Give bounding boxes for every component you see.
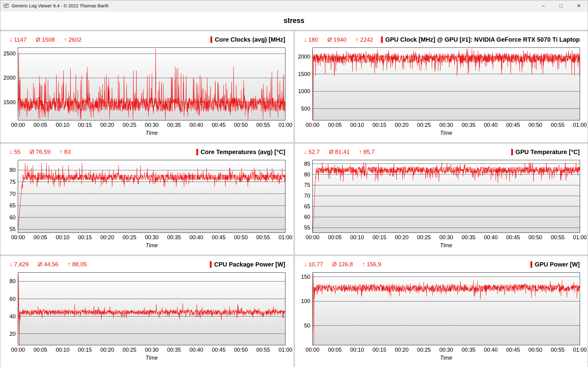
x-tick-label: 00:55 [252, 234, 274, 241]
x-axis: 00:0000:0500:1000:1500:2000:2500:3000:35… [295, 346, 588, 354]
chart-stats: ↓ 52,7 Ø 81,41 ↑ 85,7 [304, 149, 375, 155]
page-title: stress [0, 11, 588, 30]
x-tick-label: 00:25 [119, 234, 140, 241]
x-tick-label: 00:50 [230, 347, 252, 353]
y-tick-label: 1500 [298, 71, 310, 77]
x-tick-label: 00:45 [502, 122, 524, 128]
x-tick-label: 00:40 [186, 347, 207, 353]
x-tick-label: 00:40 [186, 234, 207, 241]
stat-min: ↓ 55 [9, 149, 21, 155]
stat-max: ↑ 156,9 [362, 261, 381, 268]
x-tick-label: 00:20 [96, 234, 118, 241]
chart-legend: CPU Package Power [W] [210, 261, 285, 268]
app-window: Generic Log Viewer 6.4 - © 2022 Thomas B… [0, 0, 588, 367]
line-chart[interactable]: 80604020 [0, 272, 293, 346]
x-axis: 00:0000:0500:1000:1500:2000:2500:3000:35… [0, 121, 293, 129]
y-tick-label: 65 [9, 202, 16, 209]
panel-head: ↓ 52,7 Ø 81,41 ↑ 85,7 GPU Temperature [°… [295, 144, 588, 159]
line-chart[interactable]: 200015001000500 [295, 47, 588, 121]
stat-avg: Ø 81,41 [329, 149, 350, 155]
chart-legend: GPU Clock [MHz] @ GPU [#1]: NVIDIA GeFor… [381, 36, 580, 43]
x-tick-label: 00:45 [208, 122, 229, 128]
chart-stats: ↓ 180 Ø 1940 ↑ 2242 [304, 36, 373, 43]
line-chart[interactable]: 85807570656055 [295, 160, 588, 233]
x-tick-label: 00:00 [7, 347, 29, 353]
stat-min: ↓ 10,77 [304, 261, 323, 268]
line-chart[interactable]: 15010050 [295, 272, 588, 346]
minimize-button[interactable]: – [534, 0, 552, 11]
legend-color-bar [210, 36, 212, 43]
chart-stats: ↓ 55 Ø 76,59 ↑ 83 [9, 149, 70, 155]
y-tick-label: 55 [304, 225, 310, 231]
y-tick-label: 1500 [3, 99, 16, 105]
stat-avg: Ø 126,8 [332, 261, 353, 268]
x-axis-title: Time [0, 129, 293, 137]
y-tick-label: 70 [304, 193, 310, 199]
x-axis-title: Time [295, 129, 588, 137]
x-tick-label: 00:55 [252, 122, 274, 128]
line-chart[interactable]: 250020001500 [0, 47, 293, 121]
x-tick-label: 00:30 [141, 234, 163, 241]
chart-title: GPU Temperature [°C] [515, 149, 580, 156]
x-tick-label: 00:05 [324, 234, 345, 241]
x-tick-label: 00:55 [547, 122, 568, 128]
x-tick-label: 00:45 [502, 234, 524, 241]
stat-avg: Ø 1508 [36, 36, 55, 43]
y-tick-label: 100 [301, 298, 310, 304]
plot-area: 15010050 [295, 271, 588, 346]
chart-stats: ↓ 10,77 Ø 126,8 ↑ 156,9 [304, 261, 381, 268]
x-tick-label: 00:50 [525, 234, 546, 241]
x-tick-label: 00:20 [96, 122, 118, 128]
y-tick-label: 50 [304, 323, 310, 329]
x-tick-label: 00:40 [480, 122, 502, 128]
chart-title: GPU Clock [MHz] @ GPU [#1]: NVIDIA GeFor… [385, 36, 580, 43]
y-tick-label: 85 [304, 161, 310, 167]
y-tick-label: 150 [301, 274, 310, 280]
x-tick-label: 00:55 [547, 347, 568, 353]
x-tick-label: 00:25 [413, 234, 435, 241]
legend-color-bar [511, 149, 513, 155]
y-tick-label: 60 [9, 296, 16, 302]
x-tick-label: 01:00 [569, 234, 588, 241]
panel-head: ↓ 10,77 Ø 126,8 ↑ 156,9 GPU Power [W] [295, 256, 588, 271]
window-controls: – □ ✕ [534, 0, 588, 11]
x-tick-label: 00:35 [458, 122, 479, 128]
x-tick-label: 00:25 [119, 347, 140, 353]
stat-min: ↓ 7,429 [9, 261, 28, 268]
titlebar[interactable]: Generic Log Viewer 6.4 - © 2022 Thomas B… [0, 0, 588, 11]
chart-panel-gpu-temperature: ↓ 52,7 Ø 81,41 ↑ 85,7 GPU Temperature [°… [295, 144, 588, 255]
maximize-button[interactable]: □ [552, 0, 570, 11]
x-tick-label: 00:20 [391, 234, 413, 241]
x-tick-label: 00:50 [525, 347, 546, 353]
x-axis-title: Time [0, 354, 293, 362]
x-tick-label: 00:00 [7, 234, 29, 241]
x-tick-label: 00:30 [435, 122, 457, 128]
window-title: Generic Log Viewer 6.4 - © 2022 Thomas B… [12, 3, 109, 8]
x-tick-label: 01:00 [569, 347, 588, 353]
chart-legend: GPU Temperature [°C] [511, 149, 580, 156]
chart-panel-gpu-clock: ↓ 180 Ø 1940 ↑ 2242 GPU Clock [MHz] @ GP… [295, 31, 588, 142]
x-tick-label: 00:35 [458, 234, 479, 241]
x-tick-label: 00:20 [96, 347, 118, 353]
x-tick-label: 00:25 [413, 347, 435, 353]
chart-panel-cpu-package-power: ↓ 7,429 Ø 44,56 ↑ 88,05 CPU Package Powe… [0, 256, 293, 367]
close-button[interactable]: ✕ [570, 0, 588, 11]
y-tick-label: 40 [9, 313, 16, 320]
panel-head: ↓ 55 Ø 76,59 ↑ 83 Core Temperatures (avg… [0, 144, 293, 159]
chart-legend: Core Clocks (avg) [MHz] [210, 36, 285, 43]
plot-area: 80604020 [0, 271, 293, 346]
x-tick-label: 00:45 [208, 347, 229, 353]
x-tick-label: 00:25 [119, 122, 140, 128]
x-tick-label: 00:10 [346, 122, 368, 128]
y-tick-label: 75 [304, 182, 310, 188]
x-tick-label: 00:10 [52, 347, 74, 353]
line-chart[interactable]: 807570656055 [0, 160, 293, 233]
x-tick-label: 00:50 [230, 234, 252, 241]
chart-panel-core-clocks: ↓ 1147 Ø 1508 ↑ 2602 Core Clocks (avg) [… [0, 31, 293, 142]
stat-max: ↑ 85,7 [359, 149, 375, 155]
legend-color-bar [381, 36, 383, 43]
x-tick-label: 00:50 [230, 122, 252, 128]
y-tick-label: 80 [304, 171, 310, 177]
x-tick-label: 00:05 [324, 122, 345, 128]
x-tick-label: 00:15 [74, 234, 96, 241]
